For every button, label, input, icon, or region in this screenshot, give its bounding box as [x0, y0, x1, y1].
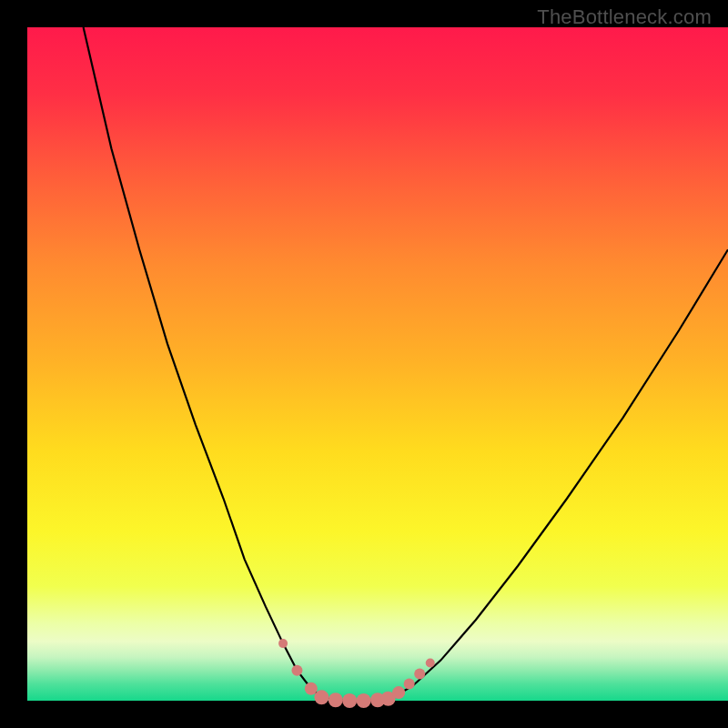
- curve-marker: [278, 639, 288, 648]
- watermark-text: TheBottleneck.com: [537, 5, 712, 29]
- curve-marker: [357, 693, 371, 708]
- curve-marker: [305, 682, 318, 695]
- curve-marker: [404, 679, 415, 690]
- curve-marker: [329, 693, 343, 707]
- chart-container: TheBottleneck.com: [0, 0, 728, 728]
- curve-marker: [426, 659, 435, 668]
- curve-marker: [342, 693, 357, 708]
- curve-marker: [414, 668, 425, 679]
- curve-marker: [392, 686, 405, 699]
- curve-marker: [314, 690, 329, 704]
- curve-marker: [291, 665, 302, 676]
- plot-background: [27, 27, 728, 701]
- bottleneck-chart: [0, 0, 728, 728]
